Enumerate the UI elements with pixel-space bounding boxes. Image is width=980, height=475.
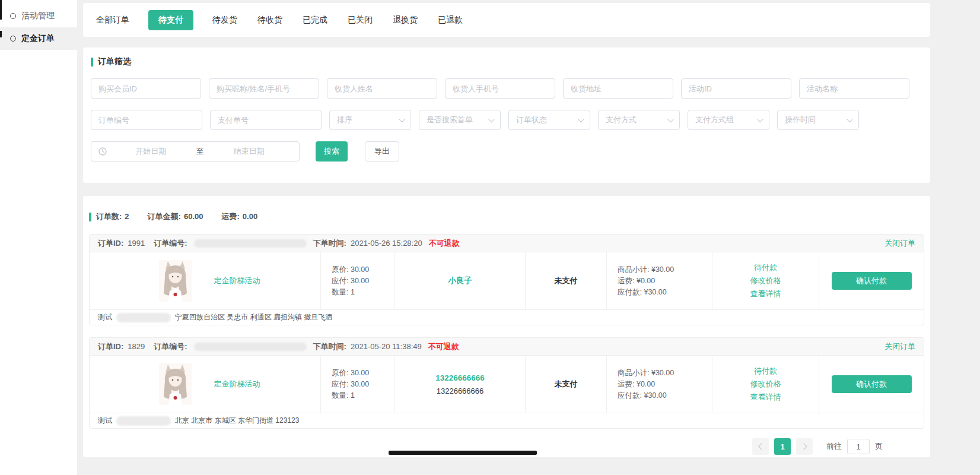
view-details-link[interactable]: 查看详情 [750, 287, 781, 300]
tab-pending-shipment[interactable]: 待发货 [211, 10, 238, 30]
order-summary-bar: 订单数:2 订单金额:60.00 运费:0.00 [89, 211, 924, 222]
next-page-button[interactable] [796, 438, 813, 455]
buyer-member-id-input[interactable] [91, 78, 201, 99]
page-number-button[interactable]: 1 [774, 438, 791, 455]
buyer-name-link[interactable]: 13226666666 [435, 373, 485, 382]
tab-returns[interactable]: 退换货 [392, 10, 419, 30]
date-range-picker[interactable]: 开始日期 至 结束日期 [91, 141, 300, 162]
tab-pending-receipt[interactable]: 待收货 [256, 10, 284, 30]
sidebar-item-label: 定金订单 [21, 33, 55, 44]
start-date-placeholder: 开始日期 [108, 146, 194, 157]
product-avatar [159, 260, 192, 302]
modify-price-link[interactable]: 修改价格 [750, 378, 781, 391]
order-status-select[interactable]: 订单状态 [508, 110, 590, 130]
chevron-left-icon [758, 443, 765, 449]
pending-payment-link[interactable]: 待付款 [754, 261, 777, 274]
chevron-down-icon [847, 116, 853, 122]
non-refundable-flag: 不可退款 [428, 341, 459, 352]
product-name-link[interactable]: 定金阶梯活动 [214, 379, 260, 390]
order-card: 订单ID: 1829 订单编号: 下单时间: 2021-05-20 11:38:… [89, 337, 924, 429]
view-details-link[interactable]: 查看详情 [750, 391, 781, 404]
modify-price-link[interactable]: 修改价格 [750, 274, 781, 287]
totals-cell: 商品小计: ¥30.00 运费: ¥0.00 应付款: ¥30.00 [607, 356, 712, 413]
order-count: 2 [125, 212, 129, 221]
close-order-link[interactable]: 关闭订单 [884, 341, 915, 352]
chevron-down-icon [757, 116, 763, 122]
chevron-down-icon [667, 116, 674, 122]
confirm-payment-button[interactable]: 确认付款 [832, 272, 912, 290]
consignee-phone-input[interactable] [445, 78, 555, 99]
redacted-buyer-name [116, 313, 171, 322]
export-button[interactable]: 导出 [365, 141, 399, 162]
product-avatar [159, 363, 192, 405]
page-unit-label: 页 [875, 441, 883, 452]
filter-section-title: 订单筛选 [91, 56, 922, 67]
buyer-cell: 13226666666 13226666666 [395, 356, 526, 413]
tab-refunded[interactable]: 已退款 [437, 10, 464, 30]
chevron-down-icon [488, 116, 495, 122]
price-cell: 原价: 30.00 应付: 30.00 数量: 1 [321, 356, 395, 413]
order-body-row: 定金阶梯活动 原价: 30.00 应付: 30.00 数量: 1 1322666… [90, 356, 924, 413]
product-cell: 定金阶梯活动 [90, 252, 321, 309]
radio-circle-icon [10, 13, 16, 19]
prev-page-button[interactable] [752, 438, 769, 455]
confirm-payment-button[interactable]: 确认付款 [832, 375, 912, 393]
tab-all-orders[interactable]: 全部订单 [95, 10, 131, 30]
first-order-select[interactable]: 是否搜索首单 [419, 110, 501, 130]
freight-amount: 0.00 [243, 212, 257, 221]
actions-cell: 待付款 修改价格 查看详情 [712, 356, 819, 413]
filter-row-2: 排序 是否搜索首单 订单状态 支付方式 支付方式组 操作时间 [91, 110, 922, 130]
tab-closed[interactable]: 已关闭 [346, 10, 374, 30]
section-accent-bar [91, 58, 93, 66]
order-header: 订单ID: 1829 订单编号: 下单时间: 2021-05-20 11:38:… [90, 338, 924, 356]
non-refundable-flag: 不可退款 [429, 238, 460, 249]
order-amount: 60.00 [184, 212, 203, 221]
radio-circle-icon [10, 36, 16, 42]
order-header: 订单ID: 1991 订单编号: 下单时间: 2021-05-26 15:28:… [90, 235, 924, 252]
order-card: 订单ID: 1991 订单编号: 下单时间: 2021-05-26 15:28:… [89, 234, 924, 325]
sidebar-item-activity-management[interactable]: 活动管理 [0, 5, 77, 27]
left-edge-scroll-thumb [0, 31, 2, 37]
order-body-row: 定金阶梯活动 原价: 30.00 应付: 30.00 数量: 1 小良子 未支付… [90, 252, 924, 309]
buyer-nickname-input[interactable] [209, 78, 319, 99]
sidebar-item-deposit-orders[interactable]: 定金订单 [0, 27, 77, 50]
order-id: 1991 [128, 239, 145, 248]
filter-row-3: 开始日期 至 结束日期 搜索 导出 [91, 141, 922, 162]
address-text: 宁夏回族自治区 吴忠市 利通区 扁担沟镇 撒旦飞洒 [175, 312, 332, 322]
sidebar: 活动管理 定金订单 [0, 0, 77, 475]
sidebar-item-label: 活动管理 [21, 11, 55, 21]
payment-status: 未支付 [526, 252, 607, 309]
payment-method-select[interactable]: 支付方式 [598, 110, 680, 130]
payment-no-input[interactable] [210, 110, 322, 130]
order-no-input[interactable] [91, 110, 202, 130]
activity-name-input[interactable] [799, 78, 909, 99]
pending-payment-link[interactable]: 待付款 [754, 365, 777, 378]
order-list-panel: 订单数:2 订单金额:60.00 运费:0.00 订单ID: 1991 订单编号… [83, 196, 930, 457]
address-text: 北京 北京市 东城区 东华门街道 123123 [175, 416, 299, 426]
activity-id-input[interactable] [681, 78, 791, 99]
order-id: 1829 [128, 342, 145, 351]
sort-select[interactable]: 排序 [329, 110, 411, 130]
order-time: 2021-05-20 11:38:49 [351, 342, 422, 351]
search-button[interactable]: 搜索 [316, 141, 348, 162]
goto-page-input[interactable] [847, 439, 870, 454]
payment-method-group-select[interactable]: 支付方式组 [688, 110, 769, 130]
close-order-link[interactable]: 关闭订单 [884, 238, 915, 249]
left-edge-scroll-mark [0, 0, 2, 20]
payment-status: 未支付 [526, 356, 607, 413]
main-content: 全部订单 待支付 待发货 待收货 已完成 已关闭 退换货 已退款 订单筛选 排序 [83, 0, 930, 457]
consignee-name-input[interactable] [327, 78, 437, 99]
horizontal-scrollbar-thumb[interactable] [389, 451, 537, 455]
date-separator: 至 [194, 146, 206, 157]
buyer-name-link[interactable]: 小良子 [448, 276, 472, 286]
operation-time-select[interactable]: 操作时间 [777, 110, 859, 130]
redacted-buyer-name [116, 416, 171, 426]
tab-pending-payment[interactable]: 待支付 [148, 10, 193, 30]
tab-completed[interactable]: 已完成 [301, 10, 329, 30]
shipping-address-input[interactable] [563, 78, 673, 99]
chevron-down-icon [578, 116, 584, 122]
product-name-link[interactable]: 定金阶梯活动 [214, 276, 260, 286]
goto-label: 前往 [826, 441, 842, 452]
order-filter-panel: 订单筛选 排序 是否搜索首单 订单状态 [83, 48, 930, 183]
price-cell: 原价: 30.00 应付: 30.00 数量: 1 [321, 252, 395, 309]
